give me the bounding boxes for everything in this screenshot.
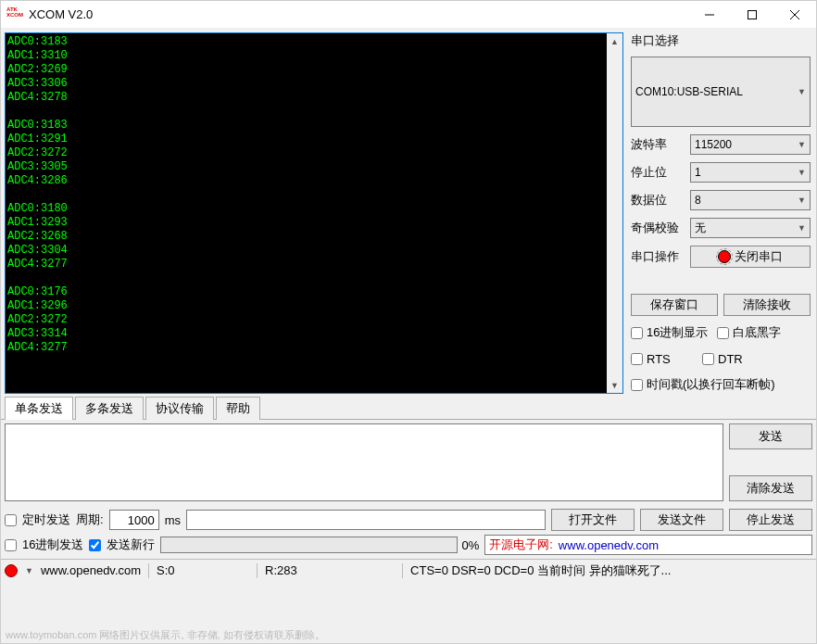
- maximize-button[interactable]: [731, 1, 773, 29]
- status-indicator-icon: [5, 564, 18, 577]
- chevron-down-icon[interactable]: ▼: [25, 566, 33, 575]
- app-logo: ATK XCOM: [6, 6, 23, 23]
- save-window-button[interactable]: 保存窗口: [631, 294, 718, 316]
- progress-percent: 0%: [461, 538, 479, 552]
- send-newline-checkbox[interactable]: [89, 539, 101, 551]
- receive-textarea[interactable]: ADC0:3183 ADC1:3310 ADC2:3269 ADC3:3306 …: [6, 33, 607, 393]
- timestamp-label: 时间戳(以换行回车断帧): [647, 376, 775, 393]
- settings-panel: 串口选择 COM10:USB-SERIAL ▼ 波特率 115200 ▼ 停止位…: [629, 32, 812, 394]
- status-line: CTS=0 DSR=0 DCD=0 当前时间 异的猫咪死了...: [410, 562, 812, 579]
- send-panel: 发送 清除发送: [1, 420, 816, 505]
- titlebar: ATK XCOM XCOM V2.0: [1, 1, 816, 29]
- hex-send-checkbox[interactable]: [5, 539, 17, 551]
- send-newline-label: 发送新行: [107, 537, 155, 553]
- timed-send-checkbox[interactable]: [5, 514, 17, 526]
- chevron-down-icon: ▼: [798, 87, 806, 96]
- rts-label: RTS: [647, 352, 698, 366]
- parity-select[interactable]: 无 ▼: [690, 218, 811, 238]
- app-window: ATK XCOM XCOM V2.0 ADC0:3183 ADC1:3310 A…: [0, 0, 817, 644]
- open-file-button[interactable]: 打开文件: [551, 509, 635, 531]
- send-file-button[interactable]: 发送文件: [640, 509, 723, 531]
- stop-label: 停止位: [631, 164, 683, 181]
- status-received: R:283: [265, 563, 395, 577]
- baud-label: 波特率: [631, 136, 683, 153]
- stop-send-button[interactable]: 停止发送: [729, 509, 812, 531]
- hex-display-label: 16进制显示: [647, 324, 708, 341]
- send-tabs: 单条发送 多条发送 协议传输 帮助: [1, 398, 816, 420]
- data-label: 数据位: [631, 192, 683, 208]
- svg-rect-1: [748, 10, 757, 19]
- send-textarea[interactable]: [5, 423, 723, 501]
- receive-panel: ADC0:3183 ADC1:3310 ADC2:3269 ADC3:3306 …: [5, 32, 623, 394]
- chevron-down-icon: ▼: [798, 196, 806, 205]
- timed-send-label: 定时发送: [22, 511, 70, 528]
- period-label: 周期:: [76, 511, 104, 528]
- tab-multi-send[interactable]: 多条发送: [75, 397, 144, 420]
- tab-protocol[interactable]: 协议传输: [145, 397, 214, 420]
- dtr-label: DTR: [718, 352, 743, 366]
- parity-label: 奇偶校验: [631, 220, 683, 236]
- dtr-checkbox[interactable]: [702, 353, 714, 365]
- clear-receive-button[interactable]: 清除接收: [723, 294, 811, 316]
- scrollbar-vertical[interactable]: ▲ ▼: [607, 33, 622, 393]
- stop-select[interactable]: 1 ▼: [690, 162, 811, 183]
- status-bar: ▼ www.openedv.com S:0 R:283 CTS=0 DSR=0 …: [1, 559, 816, 581]
- window-controls: [688, 1, 816, 29]
- port-toggle-button[interactable]: 关闭串口: [690, 246, 811, 268]
- baud-select[interactable]: 115200 ▼: [690, 134, 811, 155]
- timestamp-checkbox[interactable]: [631, 379, 643, 391]
- white-bg-label: 白底黑字: [733, 324, 781, 341]
- period-unit: ms: [165, 513, 181, 527]
- port-select[interactable]: COM10:USB-SERIAL ▼: [631, 57, 811, 127]
- port-select-label: 串口选择: [631, 32, 811, 49]
- file-path-field[interactable]: [186, 510, 546, 530]
- period-input[interactable]: [109, 510, 159, 530]
- scroll-down-icon[interactable]: ▼: [607, 377, 622, 393]
- minimize-button[interactable]: [688, 1, 731, 29]
- tab-single-send[interactable]: 单条发送: [5, 397, 73, 420]
- status-sent: S:0: [157, 563, 249, 577]
- clear-send-button[interactable]: 清除发送: [729, 475, 812, 501]
- scroll-up-icon[interactable]: ▲: [607, 33, 622, 49]
- window-title: XCOM V2.0: [29, 7, 93, 21]
- hex-send-label: 16进制发送: [22, 537, 83, 553]
- main-area: ADC0:3183 ADC1:3310 ADC2:3269 ADC3:3306 …: [1, 29, 816, 643]
- record-icon: [718, 250, 731, 263]
- tab-help[interactable]: 帮助: [216, 397, 260, 420]
- hex-display-checkbox[interactable]: [631, 327, 643, 339]
- white-bg-checkbox[interactable]: [717, 327, 729, 339]
- progress-bar: [160, 537, 458, 553]
- rts-checkbox[interactable]: [631, 353, 643, 365]
- port-select-value: COM10:USB-SERIAL: [635, 85, 743, 98]
- close-button[interactable]: [773, 1, 816, 29]
- send-button[interactable]: 发送: [729, 423, 812, 449]
- chevron-down-icon: ▼: [798, 168, 806, 177]
- chevron-down-icon: ▼: [798, 140, 806, 149]
- status-url[interactable]: www.openedv.com: [41, 563, 141, 577]
- chevron-down-icon: ▼: [798, 223, 806, 233]
- data-select[interactable]: 8 ▼: [690, 190, 811, 210]
- website-link[interactable]: 开源电子网: www.openedv.com: [484, 535, 812, 555]
- port-op-label: 串口操作: [631, 248, 683, 265]
